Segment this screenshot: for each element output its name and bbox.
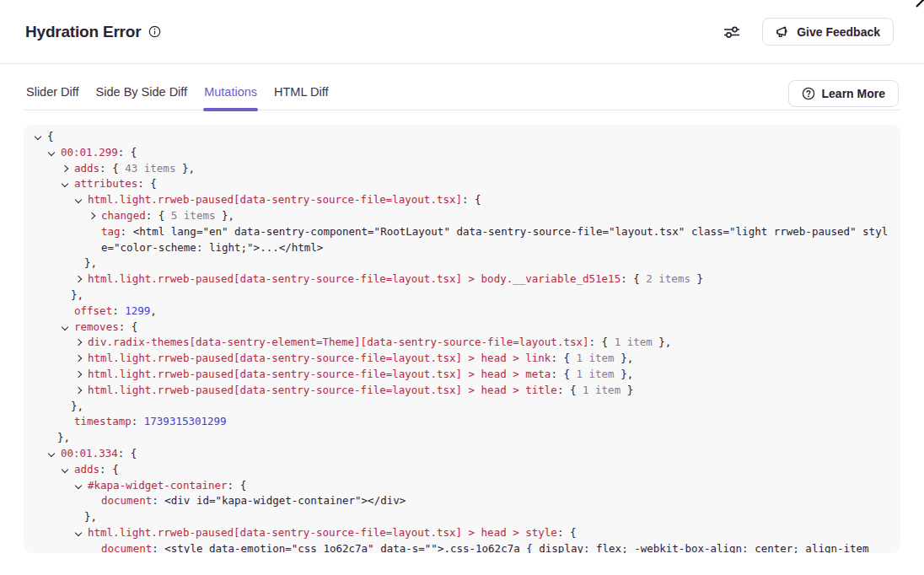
chevron-right-icon[interactable]: [75, 276, 82, 282]
tree-line[interactable]: {: [24, 129, 894, 145]
tree-line: document: <style data-emotion="css 1o62c…: [24, 541, 894, 553]
title-wrap: Hydration Error: [25, 23, 161, 41]
tree-line: offset: 1299,: [24, 304, 894, 320]
chevron-down-icon[interactable]: [48, 450, 55, 457]
tree-segment: {: [47, 130, 54, 142]
tree-segment: attributes: [74, 177, 137, 190]
tree-segment: 1 item: [576, 352, 614, 364]
tree-line[interactable]: html.light.rrweb-paused[data-sentry-sour…: [24, 271, 894, 288]
tree-segment: changed: [101, 209, 146, 222]
tree-segment: :: [152, 494, 164, 507]
chevron-down-icon[interactable]: [62, 465, 68, 472]
tree-segment: },: [57, 431, 70, 443]
tree-segment: adds: [74, 463, 99, 476]
tree-line[interactable]: html.light.rrweb-paused[data-sentry-sour…: [24, 192, 894, 208]
tree-segment: :: [121, 225, 133, 238]
tree-line[interactable]: #kapa-widget-container: {: [24, 478, 894, 494]
tree-segment: <html lang="en" data-sentry-component="R…: [101, 225, 888, 254]
tree-line: },: [24, 399, 894, 415]
tree-line: document: <div id="kapa-widget-container…: [24, 493, 894, 509]
tab-side-by-side-diff[interactable]: Side By Side Diff: [95, 85, 189, 110]
learn-more-label: Learn More: [822, 87, 885, 100]
tree-line[interactable]: changed: { 5 items },: [24, 208, 894, 224]
tree-segment: 43 items: [125, 162, 175, 175]
tree-segment: 00:01.299: [61, 146, 118, 159]
tree-line[interactable]: html.light.rrweb-paused[data-sentry-sour…: [24, 351, 894, 367]
chevron-right-icon[interactable]: [89, 212, 95, 219]
tree-line[interactable]: html.light.rrweb-paused[data-sentry-sour…: [24, 383, 894, 399]
mutations-panel: {00:01.299: {adds: { 43 items },attribut…: [24, 125, 900, 553]
tree-line[interactable]: div.radix-themes[data-sentry-element=The…: [24, 335, 894, 351]
tree-segment: 1299: [125, 304, 150, 317]
tree-segment: : {: [589, 336, 615, 348]
chevron-down-icon[interactable]: [75, 481, 82, 488]
tree-segment: :: [152, 542, 164, 553]
tab-slider-diff[interactable]: Slider Diff: [25, 85, 80, 110]
tree-segment: ,: [150, 304, 157, 317]
tree-line: timestamp: 1739315301299: [24, 414, 894, 430]
chevron-right-icon[interactable]: [75, 355, 82, 362]
tree-line[interactable]: 00:01.299: {: [24, 145, 894, 161]
tabs-bar: Slider Diff Side By Side Diff Mutations …: [24, 64, 900, 110]
tree-segment: : {: [551, 352, 576, 364]
tree-segment: 1 item: [576, 368, 614, 380]
tree-segment: },: [615, 368, 634, 380]
tree-line: },: [24, 255, 894, 271]
tree-line[interactable]: html.light.rrweb-paused[data-sentry-sour…: [24, 525, 894, 541]
tab-html-diff[interactable]: HTML Diff: [273, 85, 329, 110]
sliders-icon: [723, 24, 740, 40]
tab-mutations[interactable]: Mutations: [203, 85, 258, 110]
tree-segment: : {: [551, 368, 576, 380]
tree-segment: },: [84, 256, 97, 269]
tree-segment: },: [84, 510, 97, 523]
chevron-down-icon[interactable]: [62, 323, 68, 330]
chevron-right-icon[interactable]: [75, 387, 82, 394]
tree-segment: <div id="kapa-widget-container"></div>: [164, 494, 406, 507]
tree-line[interactable]: attributes: {: [24, 176, 894, 192]
page-title: Hydration Error: [25, 23, 141, 41]
tree-segment: : {: [99, 463, 119, 476]
tree-line[interactable]: removes: {: [24, 320, 894, 336]
chevron-right-icon[interactable]: [75, 371, 82, 378]
tree-segment: 00:01.334: [61, 447, 118, 459]
tree-segment: html.light.rrweb-paused[data-sentry-sour…: [88, 526, 557, 539]
give-feedback-button[interactable]: Give Feedback: [762, 18, 894, 46]
tree-segment: html.light.rrweb-paused[data-sentry-sour…: [88, 193, 462, 206]
tree-segment: 1739315301299: [144, 415, 227, 427]
tree-line: },: [24, 288, 894, 304]
tree-line[interactable]: html.light.rrweb-paused[data-sentry-sour…: [24, 367, 894, 383]
tree-line[interactable]: adds: {: [24, 462, 894, 478]
chevron-down-icon[interactable]: [75, 529, 82, 536]
tree-segment: : {: [118, 146, 137, 159]
chevron-down-icon[interactable]: [35, 133, 41, 140]
info-icon[interactable]: [148, 25, 161, 38]
tree-segment: 1 item: [583, 384, 620, 396]
tree-line[interactable]: adds: { 43 items },: [24, 161, 894, 177]
tree-segment: : {: [228, 479, 247, 492]
tree-segment: timestamp: [74, 415, 132, 427]
chevron-right-icon[interactable]: [75, 339, 82, 346]
tree-segment: },: [615, 352, 634, 364]
chevron-down-icon[interactable]: [62, 180, 68, 187]
tree-segment: 1 item: [615, 336, 653, 348]
give-feedback-label: Give Feedback: [797, 25, 880, 39]
tree-segment: html.light.rrweb-paused[data-sentry-sour…: [88, 272, 620, 285]
tree-segment: adds: [74, 162, 99, 175]
chevron-right-icon[interactable]: [62, 164, 68, 171]
tree-segment: removes: [74, 320, 119, 333]
chevron-down-icon[interactable]: [75, 196, 82, 203]
learn-more-button[interactable]: Learn More: [788, 80, 899, 107]
tree-segment: : {: [146, 209, 171, 222]
settings-sliders-button[interactable]: [723, 24, 740, 40]
tree-segment: 5 items: [171, 209, 216, 222]
tree-segment: html.light.rrweb-paused[data-sentry-sour…: [88, 368, 551, 380]
header: Hydration Error Give F: [0, 0, 924, 64]
tree-segment: div.radix-themes[data-sentry-element=The…: [88, 336, 589, 348]
tree-segment: },: [175, 162, 195, 175]
tree-line: tag: <html lang="en" data-sentry-compone…: [24, 224, 894, 256]
megaphone-icon: [776, 25, 790, 39]
json-tree: {00:01.299: {adds: { 43 items },attribut…: [24, 129, 894, 553]
tree-segment: : {: [99, 162, 125, 175]
tree-line[interactable]: 00:01.334: {: [24, 446, 894, 462]
chevron-down-icon[interactable]: [48, 149, 55, 156]
